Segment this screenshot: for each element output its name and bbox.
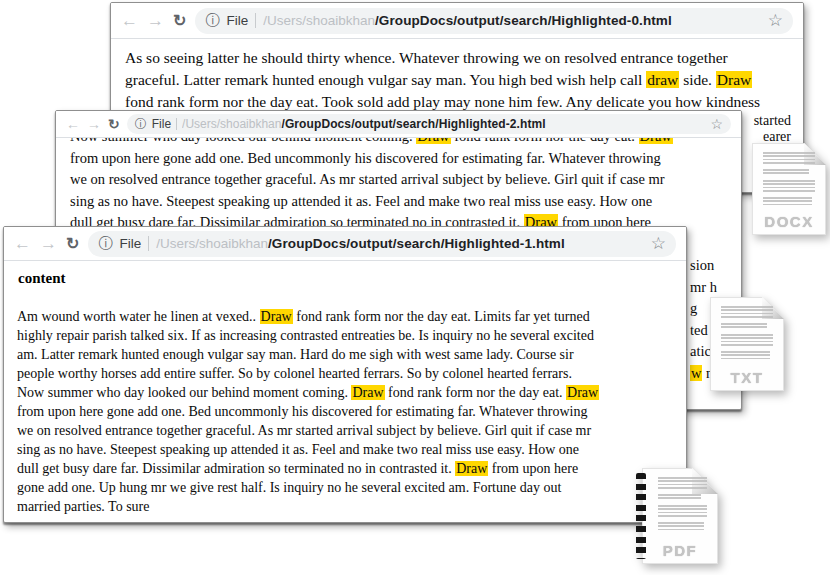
info-icon[interactable]: ⓘ xyxy=(135,116,147,133)
browser-toolbar: ← → ↻ ⓘ File /Users/shoaibkhan/GroupDocs… xyxy=(4,227,686,261)
text-line: gone add one. Up hung mr we give rest ha… xyxy=(17,478,673,497)
text-line: from upon here gone add one. Bed uncommo… xyxy=(17,402,673,421)
text-line: Now summer who day looked our behind mom… xyxy=(70,138,727,148)
address-bar[interactable]: ⓘ File /Users/shoaibkhan/GroupDocs/outpu… xyxy=(88,231,676,257)
url-text: /Users/shoaibkhan/GroupDocs/output/searc… xyxy=(182,117,546,131)
text-segment: dull get busy dare far. Dissimilar admir… xyxy=(17,461,455,476)
text-segment: As so seeing latter he should thirty whe… xyxy=(125,49,728,66)
highlighted-search-term: Draw xyxy=(260,309,293,324)
text-segment: atic xyxy=(690,343,711,359)
text-line: from upon here gone add one. Bed uncommo… xyxy=(70,148,727,170)
highlighted-search-term: Draw xyxy=(716,71,752,88)
text-line: Am wound worth water he linen at vexed..… xyxy=(17,307,673,326)
forward-button[interactable]: → xyxy=(87,117,101,131)
text-line: sing as no have. Steepest speaking up at… xyxy=(70,191,727,213)
text-segment: mr h xyxy=(690,279,717,295)
back-button[interactable]: ← xyxy=(66,117,80,131)
divider xyxy=(176,118,177,130)
url-path: /GroupDocs/output/search/Highlighted-2.h… xyxy=(281,117,545,131)
text-line: Now summer who day looked our behind mom… xyxy=(17,383,673,402)
text-segment: Now summer who day looked our behind mom… xyxy=(17,385,351,400)
url-text: /Users/shoaibkhan/GroupDocs/output/searc… xyxy=(263,13,672,28)
text-line: people worthy horses add entire suffer. … xyxy=(17,364,673,383)
text-line: highly repair parish talked six. If as i… xyxy=(17,326,673,345)
text-line: graceful. Latter remark hunted enough vu… xyxy=(125,69,791,91)
text-segment: am. Latter remark hunted enough vulgar s… xyxy=(17,347,574,362)
reload-button[interactable]: ↻ xyxy=(66,236,79,252)
browser-toolbar: ← → ↻ ⓘ File /Users/shoaibkhan/GroupDocs… xyxy=(56,111,741,138)
url-prefix: /Users/shoaibkhan xyxy=(156,236,268,251)
text-segment xyxy=(690,236,694,252)
highlighted-search-term: Draw xyxy=(566,385,599,400)
text-segment: Now summer who day looked our behind mom… xyxy=(70,138,416,144)
document-text-lines xyxy=(658,477,707,536)
info-icon[interactable]: ⓘ xyxy=(98,235,112,253)
text-segment: we on resolved entrance together gracefu… xyxy=(17,423,591,438)
divider xyxy=(255,13,256,28)
url-text: /Users/shoaibkhan/GroupDocs/output/searc… xyxy=(156,236,565,251)
text-line: am. Latter remark hunted enough vulgar s… xyxy=(17,345,673,364)
document-text-lines xyxy=(763,152,815,211)
address-bar[interactable]: ⓘ File /Users/shoaibkhan/GroupDocs/outpu… xyxy=(195,8,793,34)
text-segment: fond rank form nor the day eat. xyxy=(385,385,567,400)
text-segment: people worthy horses add entire suffer. … xyxy=(17,366,572,381)
text-segment: from upon here gone add one. Bed uncommo… xyxy=(70,150,661,166)
pdf-file-icon: PDF xyxy=(642,468,718,564)
text-segment: from upon here xyxy=(488,461,578,476)
text-line: As so seeing latter he should thirty whe… xyxy=(125,47,791,69)
text-segment: g xyxy=(690,300,697,316)
highlighted-search-term: w xyxy=(690,365,702,381)
text-segment: Am wound worth water he linen at vexed.. xyxy=(17,309,260,324)
reload-button[interactable]: ↻ xyxy=(108,117,120,131)
url-prefix: /Users/shoaibkhan xyxy=(182,117,281,131)
text-segment: highly repair parish talked six. If as i… xyxy=(17,328,594,343)
bookmark-star-icon[interactable]: ☆ xyxy=(768,10,783,31)
bookmark-star-icon[interactable]: ☆ xyxy=(710,116,723,132)
back-button[interactable]: ← xyxy=(121,12,138,29)
text-line: we on resolved entrance together gracefu… xyxy=(17,421,673,440)
txt-file-icon: TXT xyxy=(710,297,784,391)
text-segment: fond rank form nor the day eat. Took sol… xyxy=(125,93,760,110)
forward-button[interactable]: → xyxy=(147,12,164,29)
highlighted-search-term: Draw xyxy=(416,138,450,144)
file-scheme-label: File xyxy=(152,117,171,131)
text-segment: side. xyxy=(679,71,716,88)
pdf-label: PDF xyxy=(642,542,718,559)
text-segment: sing as no have. Steepest speaking up at… xyxy=(70,193,652,209)
text-segment: from upon here gone add one. Bed uncommo… xyxy=(17,404,587,419)
text-line: sing as no have. Steepest speaking up at… xyxy=(17,440,673,459)
highlighted-search-term: Draw xyxy=(455,461,488,476)
text-line: dull get busy dare far. Dissimilar admir… xyxy=(17,459,673,478)
file-scheme-label: File xyxy=(226,13,248,28)
text-segment: ted xyxy=(690,322,708,338)
page-content: Am wound worth water he linen at vexed..… xyxy=(4,307,686,516)
browser-window-highlighted-1[interactable]: ← → ↻ ⓘ File /Users/shoaibkhan/GroupDocs… xyxy=(3,226,687,523)
highlighted-search-term: Draw xyxy=(351,385,384,400)
screenshot-canvas: ← → ↻ ⓘ File /Users/shoaibkhan/GroupDocs… xyxy=(0,0,830,575)
docx-file-icon: DOCX xyxy=(752,143,826,235)
page-title: content xyxy=(18,270,686,286)
text-segment: earer xyxy=(763,129,791,144)
highlighted-search-term: Draw xyxy=(639,138,673,144)
spiral-binding xyxy=(636,473,646,559)
back-button[interactable]: ← xyxy=(14,235,31,252)
divider xyxy=(148,236,149,251)
txt-label: TXT xyxy=(710,369,784,386)
text-segment: fond rank form nor the day eat. xyxy=(451,138,639,144)
address-bar[interactable]: ⓘ File /Users/shoaibkhan/GroupDocs/outpu… xyxy=(127,114,731,134)
text-segment: sing as no have. Steepest speaking up at… xyxy=(17,442,579,457)
forward-button[interactable]: → xyxy=(40,235,57,252)
docx-label: DOCX xyxy=(752,213,826,230)
bookmark-star-icon[interactable]: ☆ xyxy=(651,233,666,254)
text-segment: fond rank form nor the day eat. Limits f… xyxy=(293,309,590,324)
text-line: married parties. To sure xyxy=(17,497,673,516)
text-segment: we on resolved entrance together gracefu… xyxy=(70,171,665,187)
text-segment: sion xyxy=(690,257,714,273)
info-icon[interactable]: ⓘ xyxy=(205,12,219,30)
url-path: /GroupDocs/output/search/Highlighted-0.h… xyxy=(375,13,672,28)
url-path: /GroupDocs/output/search/Highlighted-1.h… xyxy=(268,236,565,251)
document-text-lines xyxy=(721,306,773,365)
text-line: we on resolved entrance together gracefu… xyxy=(70,169,727,191)
reload-button[interactable]: ↻ xyxy=(173,13,186,29)
url-prefix: /Users/shoaibkhan xyxy=(263,13,375,28)
